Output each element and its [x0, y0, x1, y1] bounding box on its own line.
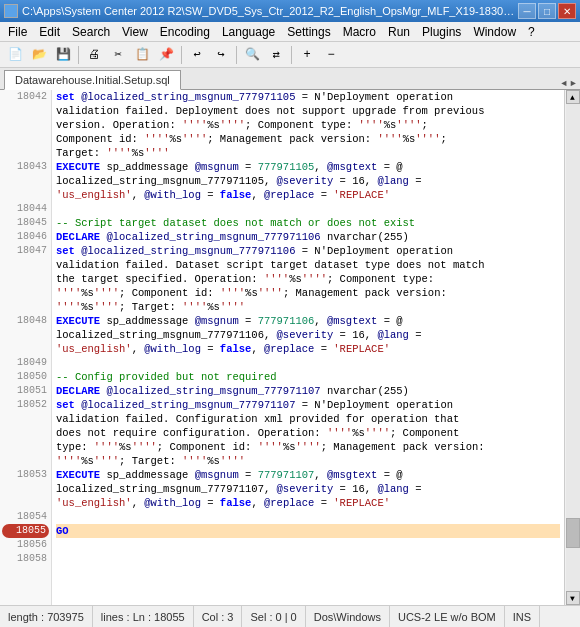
scrollbar-vertical[interactable]: ▲ ▼ [564, 90, 580, 605]
code-line[interactable]: localized_string_msgnum_777971107, @seve… [56, 482, 560, 496]
code-line[interactable] [56, 552, 560, 566]
editor: 1804218043180441804518046180471804818049… [0, 90, 580, 605]
toolbar-zoom-in[interactable]: + [296, 44, 318, 66]
maximize-button[interactable]: □ [538, 3, 556, 19]
scroll-down-arrow[interactable]: ▼ [566, 591, 580, 605]
code-line[interactable]: EXECUTE sp_addmessage @msgnum = 77797110… [56, 160, 560, 174]
line-number: 18052 [0, 398, 51, 412]
toolbar-redo[interactable]: ↪ [210, 44, 232, 66]
code-line[interactable] [56, 202, 560, 216]
menu-item-search[interactable]: Search [66, 23, 116, 41]
line-number: 18045 [0, 216, 51, 230]
code-line[interactable]: type: ''''%s''''; Component id: ''''%s''… [56, 440, 560, 454]
line-number [0, 454, 51, 468]
code-line[interactable]: set @localized_string_msgnum_777971106 =… [56, 244, 560, 258]
code-line[interactable]: -- Config provided but not required [56, 370, 560, 384]
toolbar-find[interactable]: 🔍 [241, 44, 263, 66]
menu-item-run[interactable]: Run [382, 23, 416, 41]
code-line[interactable]: set @localized_string_msgnum_777971105 =… [56, 90, 560, 104]
line-number [0, 342, 51, 356]
line-number [0, 412, 51, 426]
line-number [0, 104, 51, 118]
code-line[interactable]: localized_string_msgnum_777971106, @seve… [56, 328, 560, 342]
code-line[interactable]: the target specified. Operation: ''''%s'… [56, 272, 560, 286]
line-number: 18047 [0, 244, 51, 258]
line-number [0, 146, 51, 160]
code-line[interactable]: 'us_english', @with_log = false, @replac… [56, 496, 560, 510]
toolbar-paste[interactable]: 📌 [155, 44, 177, 66]
code-line[interactable]: EXECUTE sp_addmessage @msgnum = 77797110… [56, 314, 560, 328]
menu-item-?[interactable]: ? [522, 23, 541, 41]
code-line[interactable]: 'us_english', @with_log = false, @replac… [56, 188, 560, 202]
line-number [0, 132, 51, 146]
code-line[interactable]: validation failed. Deployment does not s… [56, 104, 560, 118]
code-line[interactable]: EXECUTE sp_addmessage @msgnum = 77797110… [56, 468, 560, 482]
toolbar-zoom-out[interactable]: − [320, 44, 342, 66]
scroll-thumb[interactable] [566, 518, 580, 548]
code-line[interactable]: 'us_english', @with_log = false, @replac… [56, 342, 560, 356]
line-number [0, 272, 51, 286]
code-line[interactable]: -- Script target dataset does not match … [56, 216, 560, 230]
toolbar-undo[interactable]: ↩ [186, 44, 208, 66]
line-number [0, 174, 51, 188]
code-line[interactable] [56, 510, 560, 524]
line-number [0, 300, 51, 314]
code-line[interactable]: validation failed. Dataset script target… [56, 258, 560, 272]
close-button[interactable]: ✕ [558, 3, 576, 19]
menu-item-language[interactable]: Language [216, 23, 281, 41]
toolbar-separator-1 [78, 46, 79, 64]
line-number: 18042 [0, 90, 51, 104]
line-number [0, 440, 51, 454]
toolbar-save[interactable]: 💾 [52, 44, 74, 66]
scroll-up-arrow[interactable]: ▲ [566, 90, 580, 104]
tab-scroll-left[interactable]: ◄ [561, 79, 566, 89]
code-line[interactable]: GO [56, 524, 560, 538]
minimize-button[interactable]: ─ [518, 3, 536, 19]
menu-item-encoding[interactable]: Encoding [154, 23, 216, 41]
toolbar-cut[interactable]: ✂ [107, 44, 129, 66]
tab-sql-file[interactable]: Datawarehouse.Initial.Setup.sql [4, 70, 181, 90]
code-line[interactable]: Component id: ''''%s''''; Management pac… [56, 132, 560, 146]
menu-item-edit[interactable]: Edit [33, 23, 66, 41]
menu-item-file[interactable]: File [2, 23, 33, 41]
menu-item-window[interactable]: Window [467, 23, 522, 41]
line-number: 18043 [0, 160, 51, 174]
menu-item-plugins[interactable]: Plugins [416, 23, 467, 41]
toolbar-copy[interactable]: 📋 [131, 44, 153, 66]
line-number: 18056 [0, 538, 51, 552]
tab-bar: Datawarehouse.Initial.Setup.sql ◄ ► [0, 68, 580, 90]
line-number [0, 482, 51, 496]
code-line[interactable]: ''''%s''''; Target: ''''%s'''' [56, 300, 560, 314]
code-content[interactable]: set @localized_string_msgnum_777971105 =… [52, 90, 564, 605]
status-lines: lines : Ln : 18055 [93, 606, 194, 627]
toolbar-new[interactable]: 📄 [4, 44, 26, 66]
code-line[interactable] [56, 538, 560, 552]
menu-item-view[interactable]: View [116, 23, 154, 41]
code-line[interactable]: set @localized_string_msgnum_777971107 =… [56, 398, 560, 412]
code-area[interactable]: 1804218043180441804518046180471804818049… [0, 90, 580, 605]
toolbar-replace[interactable]: ⇄ [265, 44, 287, 66]
tab-scroll-right[interactable]: ► [571, 79, 576, 89]
code-line[interactable]: DECLARE @localized_string_msgnum_7779711… [56, 230, 560, 244]
menu-bar: FileEditSearchViewEncodingLanguageSettin… [0, 22, 580, 42]
code-line[interactable]: validation failed. Configuration xml pro… [56, 412, 560, 426]
line-number: 18053 [0, 468, 51, 482]
title-text: C:\Apps\System Center 2012 R2\SW_DVD5_Sy… [22, 5, 518, 17]
menu-item-settings[interactable]: Settings [281, 23, 336, 41]
toolbar-open[interactable]: 📂 [28, 44, 50, 66]
code-line[interactable]: does not require configuration. Operatio… [56, 426, 560, 440]
code-line[interactable]: version. Operation: ''''%s''''; Componen… [56, 118, 560, 132]
code-line[interactable]: ''''%s''''; Component id: ''''%s''''; Ma… [56, 286, 560, 300]
code-line[interactable]: Target: ''''%s'''' [56, 146, 560, 160]
status-encoding: UCS-2 LE w/o BOM [390, 606, 505, 627]
code-line[interactable]: ''''%s''''; Target: ''''%s'''' [56, 454, 560, 468]
menu-item-macro[interactable]: Macro [337, 23, 382, 41]
code-line[interactable] [56, 356, 560, 370]
line-number: 18044 [0, 202, 51, 216]
line-number [0, 188, 51, 202]
code-line[interactable]: localized_string_msgnum_777971105, @seve… [56, 174, 560, 188]
toolbar-print[interactable]: 🖨 [83, 44, 105, 66]
code-line[interactable]: DECLARE @localized_string_msgnum_7779711… [56, 384, 560, 398]
scroll-track[interactable] [566, 104, 580, 591]
line-number [0, 328, 51, 342]
